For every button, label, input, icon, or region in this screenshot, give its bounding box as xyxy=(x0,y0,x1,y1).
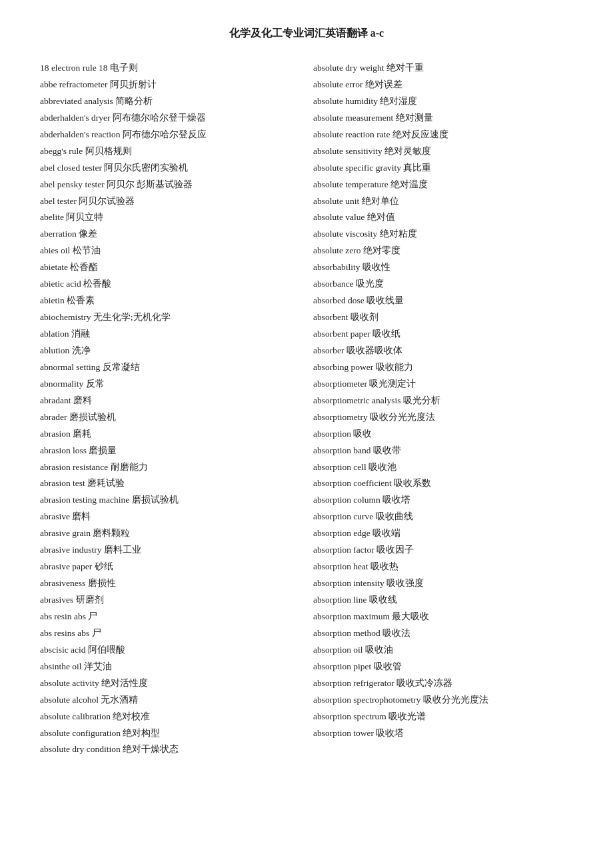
list-item: abiochemistry 无生化学;无机化学 xyxy=(40,310,300,325)
list-item: absorptiometric analysis 吸光分析 xyxy=(313,393,573,409)
list-item: absorbing power 吸收能力 xyxy=(313,360,573,375)
list-item: absorption spectrum 吸收光谱 xyxy=(313,709,573,725)
list-item: absolute configuration 绝对构型 xyxy=(40,726,300,741)
list-item: abietate 松香酯 xyxy=(40,260,300,275)
list-item: absorption coefficient 吸收系数 xyxy=(313,476,573,491)
list-item: absorbent paper 吸收纸 xyxy=(313,327,573,342)
list-item: abnormality 反常 xyxy=(40,377,300,392)
list-item: ablation 消融 xyxy=(40,327,300,342)
list-item: abbreviated analysis 简略分析 xyxy=(40,94,300,109)
list-item: abel closed tester 阿贝尔氏密闭实验机 xyxy=(40,161,300,176)
list-item: absolute dry condition 绝对干燥状态 xyxy=(40,742,300,757)
list-item: absolute temperature 绝对温度 xyxy=(313,177,573,193)
list-item: aberration 像差 xyxy=(40,227,300,242)
list-item: absolute alcohol 无水酒精 xyxy=(40,693,300,708)
list-item: abrasive grain 磨料颗粒 xyxy=(40,526,300,541)
list-item: absorption refrigerator 吸收式冷冻器 xyxy=(313,676,573,691)
list-item: abel pensky tester 阿贝尔 彭斯基试验器 xyxy=(40,177,300,193)
list-item: absorption heat 吸收热 xyxy=(313,559,573,575)
list-item: abrasion resistance 耐磨能力 xyxy=(40,460,300,475)
list-item: absorbance 吸光度 xyxy=(313,277,573,292)
list-item: absorption factor 吸收因子 xyxy=(313,543,573,558)
list-item: ablution 洗净 xyxy=(40,343,300,359)
list-item: absorption 吸收 xyxy=(313,427,573,442)
right-column: absolute dry weight 绝对干重absolute error 绝… xyxy=(313,61,573,757)
list-item: abelite 阿贝立特 xyxy=(40,210,300,225)
list-item: abradant 磨料 xyxy=(40,393,300,409)
list-item: absorption method 吸收法 xyxy=(313,626,573,641)
list-item: abrasion test 磨耗试验 xyxy=(40,476,300,491)
page-title: 化学及化工专业词汇英语翻译 a-c xyxy=(40,27,573,41)
list-item: abrasive industry 磨料工业 xyxy=(40,543,300,558)
list-item: 18 electron rule 18 电子则 xyxy=(40,61,300,76)
list-item: abietin 松香素 xyxy=(40,293,300,309)
list-item: abies oil 松节油 xyxy=(40,243,300,259)
list-item: absorption spectrophotometry 吸收分光光度法 xyxy=(313,693,573,708)
list-item: abrasion testing machine 磨损试验机 xyxy=(40,493,300,508)
list-item: abrasive paper 砂纸 xyxy=(40,559,300,575)
list-item: absolute measurement 绝对测量 xyxy=(313,111,573,126)
list-item: absolute viscosity 绝对粘度 xyxy=(313,227,573,242)
list-item: abrasives 研磨剂 xyxy=(40,593,300,608)
list-item: absorption cell 吸收池 xyxy=(313,460,573,475)
list-item: abbe refractometer 阿贝折射计 xyxy=(40,77,300,93)
list-item: abrader 磨损试验机 xyxy=(40,410,300,425)
list-item: absorptiometry 吸收分光光度法 xyxy=(313,410,573,425)
list-item: absorption oil 吸收油 xyxy=(313,643,573,658)
list-item: absolute value 绝对值 xyxy=(313,210,573,225)
list-item: absorption edge 吸收端 xyxy=(313,526,573,541)
list-item: abderhalden's dryer 阿布德尔哈尔登干燥器 xyxy=(40,111,300,126)
list-item: abrasiveness 磨损性 xyxy=(40,576,300,591)
list-item: absorbed dose 吸收线量 xyxy=(313,293,573,309)
list-item: absorption line 吸收线 xyxy=(313,593,573,608)
left-column: 18 electron rule 18 电子则abbe refractomete… xyxy=(40,61,300,757)
list-item: absorption column 吸收塔 xyxy=(313,493,573,508)
list-item: abscisic acid 阿伯喂酸 xyxy=(40,643,300,658)
list-item: absorption maximum 最大吸收 xyxy=(313,609,573,625)
list-item: abrasion 磨耗 xyxy=(40,427,300,442)
list-item: absinthe oil 洋艾油 xyxy=(40,659,300,675)
list-item: absolute reaction rate 绝对反应速度 xyxy=(313,127,573,143)
list-item: absolute sensitivity 绝对灵敏度 xyxy=(313,144,573,159)
list-item: abnormal setting 反常凝结 xyxy=(40,360,300,375)
list-item: absolute dry weight 绝对干重 xyxy=(313,61,573,76)
list-item: absorption tower 吸收塔 xyxy=(313,726,573,741)
list-item: abel tester 阿贝尔试验器 xyxy=(40,194,300,209)
list-item: abegg's rule 阿贝格规则 xyxy=(40,144,300,159)
list-item: absorption intensity 吸收强度 xyxy=(313,576,573,591)
list-item: absorption band 吸收带 xyxy=(313,443,573,459)
list-item: abrasive 磨料 xyxy=(40,509,300,525)
list-item: abs resins abs 尸 xyxy=(40,626,300,641)
list-item: absolute specific gravity 真比重 xyxy=(313,161,573,176)
list-item: absorptiometer 吸光测定计 xyxy=(313,377,573,392)
list-item: absorbent 吸收剂 xyxy=(313,310,573,325)
list-item: abrasion loss 磨损量 xyxy=(40,443,300,459)
list-item: abs resin abs 尸 xyxy=(40,609,300,625)
list-item: abietic acid 松香酸 xyxy=(40,277,300,292)
list-item: absolute unit 绝对单位 xyxy=(313,194,573,209)
list-item: absorption curve 吸收曲线 xyxy=(313,509,573,525)
list-item: absorber 吸收器吸收体 xyxy=(313,343,573,359)
list-item: absolute humidity 绝对湿度 xyxy=(313,94,573,109)
list-item: absolute calibration 绝对校准 xyxy=(40,709,300,725)
list-item: absorption pipet 吸收管 xyxy=(313,659,573,675)
list-item: absolute error 绝对误差 xyxy=(313,77,573,93)
list-item: absorbability 吸收性 xyxy=(313,260,573,275)
list-item: absolute activity 绝对活性度 xyxy=(40,676,300,691)
list-item: abderhalden's reaction 阿布德尔哈尔登反应 xyxy=(40,127,300,143)
list-item: absolute zero 绝对零度 xyxy=(313,243,573,259)
